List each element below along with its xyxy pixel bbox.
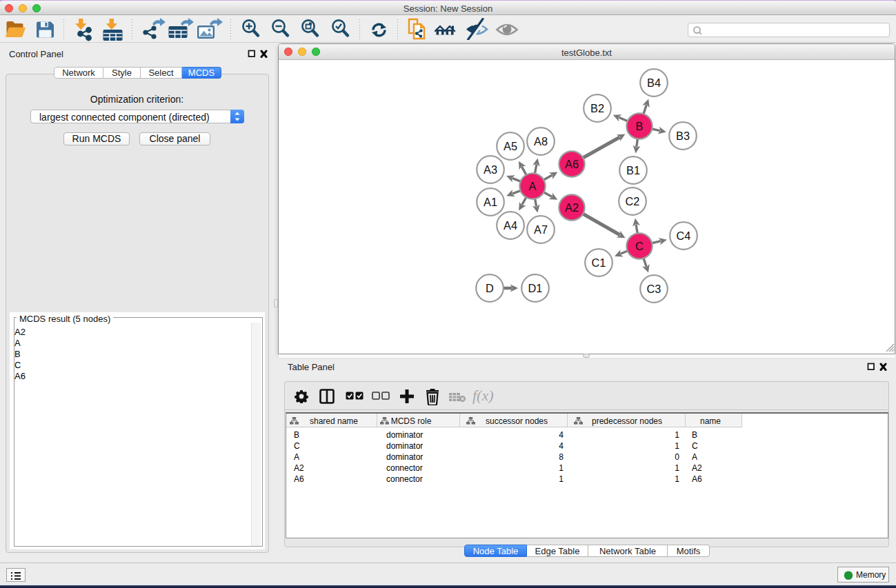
svg-text:B3: B3 bbox=[676, 130, 690, 142]
svg-text:B2: B2 bbox=[590, 102, 604, 114]
svg-text:B4: B4 bbox=[647, 77, 661, 89]
svg-text:B: B bbox=[636, 120, 644, 132]
svg-text:C2: C2 bbox=[626, 195, 640, 207]
svg-text:A7: A7 bbox=[534, 223, 548, 236]
svg-text:A1: A1 bbox=[484, 196, 497, 208]
svg-text:A5: A5 bbox=[504, 140, 517, 152]
svg-text:A2: A2 bbox=[565, 201, 579, 214]
svg-text:B1: B1 bbox=[626, 164, 640, 176]
svg-text:A8: A8 bbox=[534, 135, 548, 148]
svg-text:C3: C3 bbox=[647, 283, 661, 295]
svg-text:D1: D1 bbox=[528, 282, 543, 294]
svg-text:A: A bbox=[529, 180, 537, 192]
svg-text:C: C bbox=[635, 240, 644, 252]
svg-text:A3: A3 bbox=[484, 163, 497, 176]
svg-text:A6: A6 bbox=[565, 158, 579, 170]
svg-text:A4: A4 bbox=[504, 219, 517, 232]
svg-text:C1: C1 bbox=[592, 256, 606, 269]
svg-text:D: D bbox=[486, 282, 494, 294]
svg-text:C4: C4 bbox=[677, 230, 691, 242]
